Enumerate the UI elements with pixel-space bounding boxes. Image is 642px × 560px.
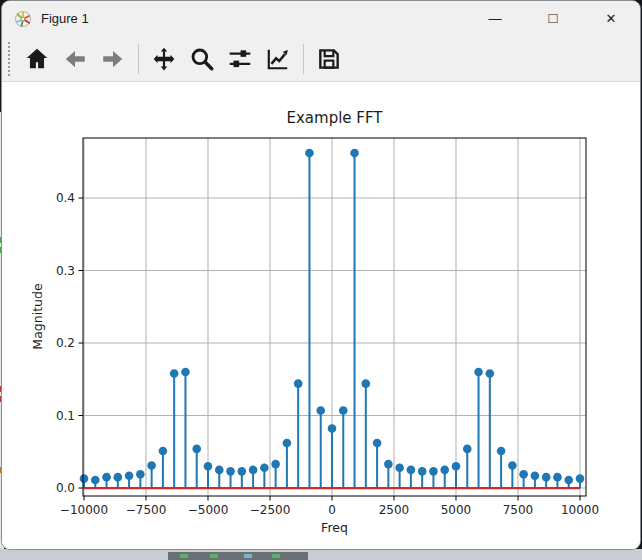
window-title: Figure 1 (41, 11, 89, 26)
figure-canvas-area: −10000−7500−5000−25000250050007500100000… (2, 82, 640, 549)
forward-button[interactable] (95, 40, 131, 78)
svg-text:10000: 10000 (561, 503, 599, 517)
svg-text:0.0: 0.0 (56, 481, 75, 495)
y-axis-label: Magnitude (30, 257, 45, 377)
sliders-icon (227, 46, 253, 72)
svg-text:5000: 5000 (441, 503, 472, 517)
svg-text:−10000: −10000 (60, 503, 108, 517)
toolbar-drag-handle[interactable] (8, 42, 13, 76)
svg-text:0.1: 0.1 (56, 409, 75, 423)
svg-text:0.2: 0.2 (56, 336, 75, 350)
svg-text:−5000: −5000 (188, 503, 229, 517)
back-arrow-icon (62, 46, 88, 72)
figure-window: Figure 1 — □ ✕ (2, 1, 640, 549)
save-button[interactable] (311, 40, 347, 78)
magnifier-icon (189, 46, 215, 72)
pan-button[interactable] (146, 40, 182, 78)
pan-icon (151, 46, 177, 72)
navigation-toolbar (2, 36, 640, 82)
back-button[interactable] (57, 40, 93, 78)
edit-parameters-button[interactable] (260, 40, 296, 78)
close-button[interactable]: ✕ (582, 1, 640, 36)
svg-text:0.3: 0.3 (56, 264, 75, 278)
svg-text:7500: 7500 (503, 503, 534, 517)
svg-text:−2500: −2500 (250, 503, 291, 517)
svg-text:0: 0 (328, 503, 336, 517)
title-bar[interactable]: Figure 1 — □ ✕ (2, 1, 640, 36)
plot-canvas[interactable]: −10000−7500−5000−25000250050007500100000… (2, 82, 640, 549)
svg-text:0.4: 0.4 (56, 191, 75, 205)
maximize-button[interactable]: □ (524, 1, 582, 35)
curve-edit-icon (265, 46, 291, 72)
x-axis-label: Freq (83, 520, 586, 536)
minimize-button[interactable]: — (466, 1, 524, 36)
home-button[interactable] (19, 40, 55, 78)
forward-arrow-icon (100, 46, 126, 72)
toolbar-separator (303, 44, 304, 74)
configure-subplots-button[interactable] (222, 40, 258, 78)
home-icon (24, 46, 50, 72)
zoom-button[interactable] (184, 40, 220, 78)
svg-text:−7500: −7500 (126, 503, 167, 517)
toolbar-separator (138, 44, 139, 74)
svg-text:2500: 2500 (379, 503, 410, 517)
save-floppy-icon (316, 46, 342, 72)
plot-title: Example FFT (83, 109, 586, 129)
matplotlib-logo-icon (14, 10, 32, 28)
